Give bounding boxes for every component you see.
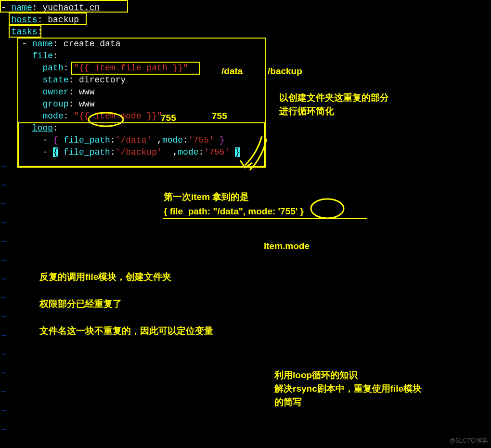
code-line: - name: create_data bbox=[1, 38, 490, 50]
annotation-text: 755 bbox=[212, 110, 227, 123]
annotation-text: 以创建文件夹这重复的部分 bbox=[279, 92, 389, 105]
vim-tilde: ~ bbox=[0, 292, 6, 304]
annotation-text: /data bbox=[221, 65, 243, 78]
vim-tilde: ~ bbox=[0, 330, 6, 342]
code-line: path: "{{ item.file_path }}" bbox=[1, 62, 490, 74]
annotation-text: 反复的调用file模块，创建文件夹 bbox=[39, 271, 171, 284]
annotation-text: 利用loop循环的知识 bbox=[274, 369, 358, 382]
vim-tilde: ~ bbox=[0, 405, 6, 417]
code-line: hosts: backup bbox=[1, 14, 490, 26]
annotation-text: 第一次item 拿到的是 bbox=[164, 191, 249, 204]
vim-tilde: ~ bbox=[0, 424, 6, 436]
vim-tilde: ~ bbox=[0, 368, 6, 380]
code-line: group: www bbox=[1, 98, 490, 110]
vim-editor[interactable]: - name: yuchaoit.cn hosts: backup tasks:… bbox=[0, 0, 491, 160]
vim-tilde: ~ bbox=[0, 161, 6, 173]
vim-tilde: ~ bbox=[0, 311, 6, 323]
code-line: owner: www bbox=[1, 86, 490, 98]
underline bbox=[163, 218, 367, 219]
code-line: - name: yuchaoit.cn bbox=[1, 2, 490, 14]
code-line: tasks: bbox=[1, 26, 490, 38]
code-line: loop: bbox=[1, 122, 490, 134]
vim-tilde: ~ bbox=[0, 386, 6, 398]
annotation-text: 解决rsync剧本中，重复使用file模块 bbox=[274, 382, 422, 395]
scribble-circle bbox=[308, 197, 347, 221]
code-line: - { file_path:'/backup' ,mode:'755' } bbox=[1, 146, 490, 158]
annotation-text: 的简写 bbox=[274, 396, 302, 409]
annotation-text: 进行循环简化 bbox=[279, 105, 334, 118]
watermark: @51CTO博客 bbox=[449, 436, 488, 445]
vim-tilde: ~ bbox=[0, 236, 6, 248]
svg-point-1 bbox=[311, 199, 344, 218]
annotation-text: { file_path: "/data", mode: '755' } bbox=[164, 205, 304, 218]
vim-tilde: ~ bbox=[0, 198, 6, 211]
annotation-text: 755 bbox=[161, 112, 176, 125]
annotation-text: /backup bbox=[268, 65, 302, 78]
vim-tilde: ~ bbox=[0, 274, 6, 286]
vim-tilde: ~ bbox=[0, 180, 6, 192]
vim-tilde: ~ bbox=[0, 255, 6, 267]
vim-tilde: ~ bbox=[0, 349, 6, 361]
vim-tilde: ~ bbox=[0, 217, 6, 229]
annotation-text: item.mode bbox=[264, 240, 310, 253]
annotation-text: 文件名这一块不重复的，因此可以定位变量 bbox=[39, 325, 213, 338]
code-line: - { file_path:'/data' ,mode:'755' } bbox=[1, 134, 490, 146]
code-line: mode: "{{ item.mode }}" bbox=[1, 110, 490, 122]
annotation-text: 权限部分已经重复了 bbox=[39, 298, 122, 311]
code-line: state: directory bbox=[1, 74, 490, 86]
code-line: file: bbox=[1, 50, 490, 62]
